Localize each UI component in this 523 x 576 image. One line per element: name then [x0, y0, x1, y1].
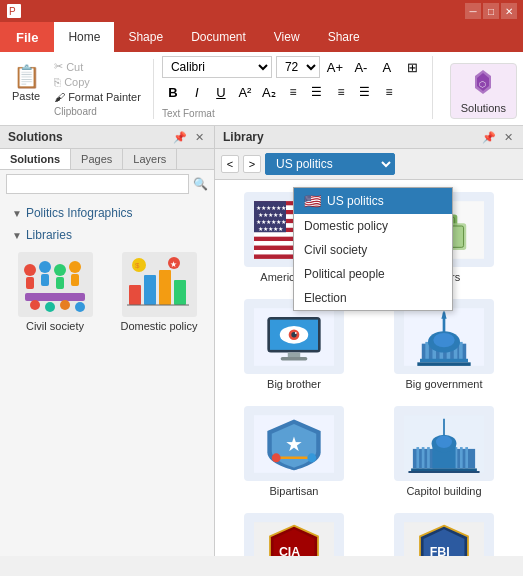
- svg-rect-87: [460, 447, 463, 468]
- category-dropdown: 🇺🇸 US politics Domestic policy Civil soc…: [293, 187, 453, 311]
- tab-pages[interactable]: Pages: [71, 149, 123, 169]
- share-menu[interactable]: Share: [314, 22, 374, 52]
- bipartisan-cell[interactable]: ★ Bipartisan: [223, 402, 365, 501]
- search-icon[interactable]: 🔍: [193, 177, 208, 191]
- font-size-select[interactable]: 72: [276, 56, 320, 78]
- pin-library-button[interactable]: 📌: [480, 131, 498, 144]
- title-bar: P ─ □ ✕: [0, 0, 523, 22]
- svg-text:★: ★: [170, 260, 177, 269]
- format-painter-button[interactable]: 🖌 Format Painter: [50, 90, 145, 104]
- bipartisan-img: ★: [244, 406, 344, 481]
- more-align-button[interactable]: ≡: [378, 81, 400, 103]
- svg-rect-83: [416, 447, 419, 468]
- tab-layers[interactable]: Layers: [123, 149, 177, 169]
- close-panel-button[interactable]: ✕: [193, 131, 206, 144]
- svg-point-59: [295, 332, 297, 334]
- politics-tree-item[interactable]: ▼ Politics Infographics: [8, 204, 206, 222]
- copy-button[interactable]: ⎘ Copy: [50, 75, 145, 89]
- font-family-select[interactable]: Calibri: [162, 56, 272, 78]
- tab-solutions[interactable]: Solutions: [0, 149, 71, 169]
- svg-point-14: [30, 300, 40, 310]
- svg-point-79: [272, 453, 281, 462]
- svg-point-80: [307, 453, 316, 462]
- svg-text:CIA: CIA: [279, 544, 300, 556]
- cia-cell[interactable]: CIA CIA: [223, 509, 365, 556]
- civil-society-cell[interactable]: Civil society: [6, 252, 104, 332]
- panel-search-area: 🔍: [0, 170, 214, 198]
- svg-rect-94: [408, 471, 479, 473]
- justify-button[interactable]: ☰: [354, 81, 376, 103]
- svg-rect-13: [25, 293, 85, 301]
- capitol-building-cell[interactable]: Capitol building: [373, 402, 515, 501]
- italic-button[interactable]: I: [186, 81, 208, 103]
- underline-button[interactable]: U: [210, 81, 232, 103]
- svg-rect-6: [26, 277, 34, 289]
- libraries-arrow: ▼: [12, 230, 22, 241]
- svg-point-9: [54, 264, 66, 276]
- align-left-button[interactable]: ≡: [282, 81, 304, 103]
- svg-rect-93: [411, 468, 477, 471]
- document-menu[interactable]: Document: [177, 22, 260, 52]
- cut-button[interactable]: ✂ Cut: [50, 59, 145, 74]
- libraries-tree-item[interactable]: ▼ Libraries: [8, 226, 206, 244]
- bold-button[interactable]: B: [162, 81, 184, 103]
- fbi-img: FBI: [394, 513, 494, 556]
- fbi-cell[interactable]: FBI FBI: [373, 509, 515, 556]
- svg-rect-71: [417, 362, 470, 366]
- svg-rect-12: [71, 274, 79, 286]
- svg-text:$: $: [135, 261, 140, 270]
- align-right-button[interactable]: ≡: [330, 81, 352, 103]
- svg-point-15: [45, 302, 55, 312]
- svg-text:★★★★★: ★★★★★: [258, 225, 283, 232]
- svg-rect-18: [129, 285, 141, 305]
- paste-icon: 📋: [13, 66, 40, 88]
- minimize-button[interactable]: ─: [465, 3, 481, 19]
- close-button[interactable]: ✕: [501, 3, 517, 19]
- increase-font-button[interactable]: A+: [324, 56, 346, 78]
- decrease-font-button[interactable]: A-: [350, 56, 372, 78]
- nav-forward-button[interactable]: >: [243, 155, 261, 173]
- bipartisan-label: Bipartisan: [270, 485, 319, 497]
- domestic-policy-cell[interactable]: $ ★ Domestic policy: [110, 252, 208, 332]
- superscript-button[interactable]: A²: [234, 81, 256, 103]
- dropdown-item-domestic-policy[interactable]: Domestic policy: [294, 214, 452, 238]
- app-icon: P: [6, 3, 22, 19]
- close-library-button[interactable]: ✕: [502, 131, 515, 144]
- paste-button[interactable]: 📋 Paste: [6, 64, 46, 104]
- svg-text:★★★★★★: ★★★★★★: [256, 218, 286, 225]
- svg-text:★★★★★: ★★★★★: [258, 211, 283, 218]
- pin-panel-button[interactable]: 📌: [171, 131, 189, 144]
- dropdown-item-election[interactable]: Election: [294, 286, 452, 310]
- more-font-button[interactable]: ⊞: [402, 56, 424, 78]
- dropdown-container: US politics Domestic policy Civil societ…: [265, 153, 517, 175]
- solutions-image-grid: Civil society $: [0, 246, 214, 338]
- dropdown-item-civil-society[interactable]: Civil society: [294, 238, 452, 262]
- panels-area: Solutions 📌 ✕ Solutions Pages Layers 🔍 ▼…: [0, 126, 523, 556]
- capitol-building-label: Capitol building: [406, 485, 481, 497]
- home-menu[interactable]: Home: [54, 22, 114, 52]
- cia-img: CIA: [244, 513, 344, 556]
- svg-rect-70: [420, 358, 468, 362]
- svg-rect-69: [459, 341, 463, 361]
- svg-text:FBI: FBI: [430, 544, 450, 556]
- library-category-select[interactable]: US politics Domestic policy Civil societ…: [265, 153, 395, 175]
- nav-back-button[interactable]: <: [221, 155, 239, 173]
- svg-rect-20: [159, 270, 171, 305]
- solutions-panel-header: Solutions 📌 ✕: [0, 126, 214, 149]
- font-color-button[interactable]: A: [376, 56, 398, 78]
- solutions-panel-content: ▼ Politics Infographics ▼ Libraries: [0, 198, 214, 556]
- politics-section: ▼ Politics Infographics: [0, 202, 214, 224]
- dropdown-item-political-people[interactable]: Political people: [294, 262, 452, 286]
- shape-menu[interactable]: Shape: [114, 22, 177, 52]
- menu-bar: File Home Shape Document View Share: [0, 22, 523, 52]
- dropdown-item-us-politics[interactable]: 🇺🇸 US politics: [294, 188, 452, 214]
- view-menu[interactable]: View: [260, 22, 314, 52]
- search-input[interactable]: [6, 174, 189, 194]
- solutions-button[interactable]: ⬡ Solutions: [450, 63, 517, 119]
- maximize-button[interactable]: □: [483, 3, 499, 19]
- subscript-button[interactable]: A₂: [258, 81, 280, 103]
- file-menu[interactable]: File: [0, 22, 54, 52]
- align-center-button[interactable]: ☰: [306, 81, 328, 103]
- solutions-panel: Solutions 📌 ✕ Solutions Pages Layers 🔍 ▼…: [0, 126, 215, 556]
- svg-text:P: P: [9, 6, 16, 17]
